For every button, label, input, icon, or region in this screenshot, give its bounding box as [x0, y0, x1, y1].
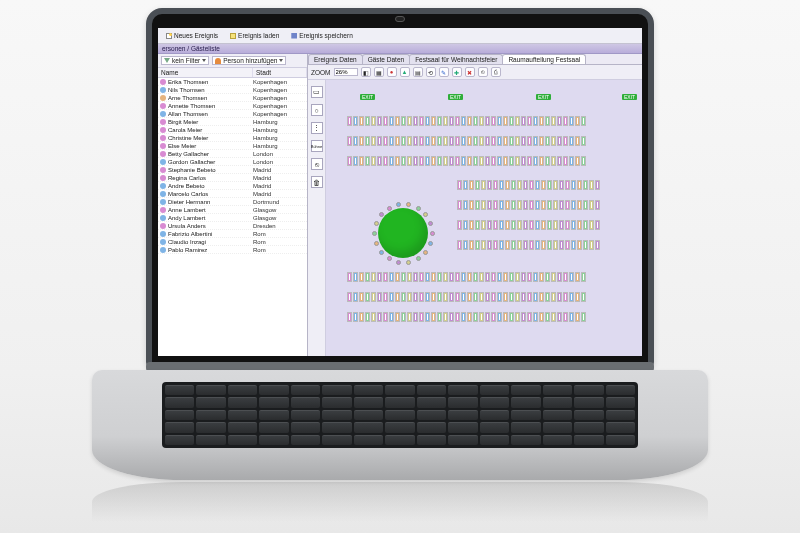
seat[interactable] [595, 240, 600, 250]
seat[interactable] [389, 116, 394, 126]
seat[interactable] [383, 116, 388, 126]
table-rect[interactable] [346, 114, 626, 128]
seat[interactable] [413, 116, 418, 126]
seat[interactable] [511, 240, 516, 250]
palette-trash[interactable]: 🗑 [311, 176, 323, 188]
seat[interactable] [497, 156, 502, 166]
seat[interactable] [457, 240, 462, 250]
seat[interactable] [461, 292, 466, 302]
seat[interactable] [577, 240, 582, 250]
seat[interactable] [374, 221, 379, 226]
seat[interactable] [491, 156, 496, 166]
seat[interactable] [565, 220, 570, 230]
seat[interactable] [515, 292, 520, 302]
seat[interactable] [425, 136, 430, 146]
seat[interactable] [547, 220, 552, 230]
seat[interactable] [371, 116, 376, 126]
seat[interactable] [563, 312, 568, 322]
seat[interactable] [443, 272, 448, 282]
seat[interactable] [509, 116, 514, 126]
seat[interactable] [479, 272, 484, 282]
seat[interactable] [551, 116, 556, 126]
seat[interactable] [527, 292, 532, 302]
seat[interactable] [551, 136, 556, 146]
seat[interactable] [515, 272, 520, 282]
seat[interactable] [493, 220, 498, 230]
tab[interactable]: Gäste Daten [362, 54, 411, 64]
seat[interactable] [371, 312, 376, 322]
seat[interactable] [473, 136, 478, 146]
seat[interactable] [557, 156, 562, 166]
seat[interactable] [527, 312, 532, 322]
guest-row[interactable]: Nils ThomsenKopenhagen [158, 86, 307, 94]
seat[interactable] [347, 156, 352, 166]
seat[interactable] [505, 240, 510, 250]
seat[interactable] [455, 136, 460, 146]
table-rect[interactable] [456, 198, 626, 212]
seat[interactable] [395, 272, 400, 282]
seat[interactable] [539, 272, 544, 282]
seat[interactable] [551, 156, 556, 166]
seat[interactable] [407, 272, 412, 282]
seat[interactable] [419, 116, 424, 126]
seat[interactable] [533, 116, 538, 126]
seat[interactable] [419, 136, 424, 146]
seat[interactable] [595, 220, 600, 230]
floor-canvas[interactable]: EXITEXITEXITEXIT [326, 80, 642, 356]
seat[interactable] [559, 200, 564, 210]
toolbar-button-3[interactable]: ● [387, 67, 397, 77]
seat[interactable] [505, 200, 510, 210]
guest-row[interactable]: Arne ThomsenKopenhagen [158, 94, 307, 102]
seat[interactable] [551, 292, 556, 302]
palette-stage[interactable]: Bühne [311, 140, 323, 152]
seat[interactable] [539, 292, 544, 302]
seat[interactable] [449, 116, 454, 126]
seat[interactable] [371, 136, 376, 146]
seat[interactable] [425, 116, 430, 126]
seat[interactable] [565, 200, 570, 210]
toolbar-button-2[interactable]: ▦ [374, 67, 384, 77]
seat[interactable] [413, 292, 418, 302]
tab[interactable]: Raumaufteilung Festsaal [502, 54, 586, 64]
guest-row[interactable]: Marcelo CarlosMadrid [158, 190, 307, 198]
add-person-button[interactable]: Person hinzufügen [212, 56, 286, 65]
seat[interactable] [559, 240, 564, 250]
seat[interactable] [469, 200, 474, 210]
seat[interactable] [449, 156, 454, 166]
seat[interactable] [509, 312, 514, 322]
seat[interactable] [437, 116, 442, 126]
seat[interactable] [443, 292, 448, 302]
seat[interactable] [565, 180, 570, 190]
seat[interactable] [413, 156, 418, 166]
seat[interactable] [581, 272, 586, 282]
seat[interactable] [395, 156, 400, 166]
seat[interactable] [425, 312, 430, 322]
seat[interactable] [437, 272, 442, 282]
guest-row[interactable]: Dieter HermannDortmund [158, 198, 307, 206]
seat[interactable] [509, 272, 514, 282]
seat[interactable] [487, 240, 492, 250]
seat[interactable] [371, 156, 376, 166]
seat[interactable] [569, 136, 574, 146]
seat[interactable] [425, 272, 430, 282]
seat[interactable] [407, 116, 412, 126]
seat[interactable] [559, 180, 564, 190]
seat[interactable] [353, 156, 358, 166]
seat[interactable] [481, 240, 486, 250]
seat[interactable] [493, 240, 498, 250]
seat[interactable] [509, 156, 514, 166]
seat[interactable] [396, 202, 401, 207]
seat[interactable] [407, 156, 412, 166]
seat[interactable] [443, 136, 448, 146]
seat[interactable] [491, 312, 496, 322]
seat[interactable] [515, 136, 520, 146]
seat[interactable] [583, 240, 588, 250]
seat[interactable] [569, 156, 574, 166]
toolbar-button-5[interactable]: ▤ [413, 67, 423, 77]
seat[interactable] [467, 272, 472, 282]
seat[interactable] [383, 292, 388, 302]
seat[interactable] [535, 240, 540, 250]
seat[interactable] [431, 292, 436, 302]
seat[interactable] [431, 312, 436, 322]
seat[interactable] [419, 312, 424, 322]
